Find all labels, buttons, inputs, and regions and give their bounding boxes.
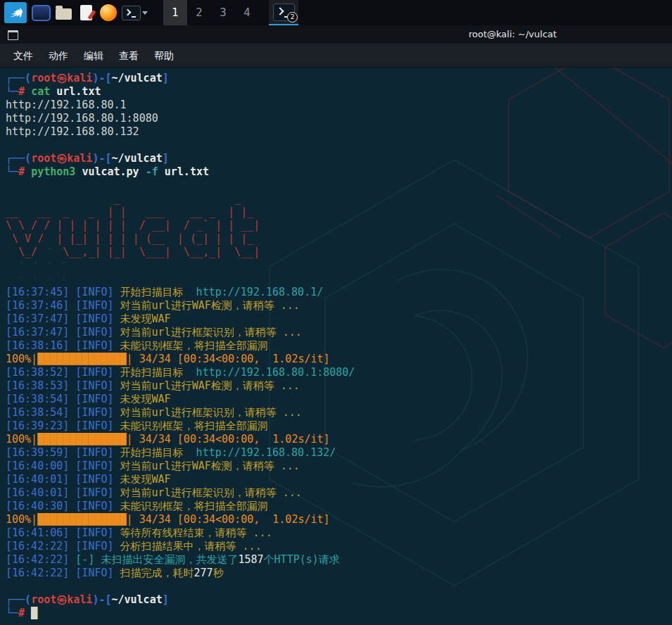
terminal-line: [16:37:47] [INFO] 未发现WAF: [6, 312, 672, 326]
terminal-text: [16:40:01] [INFO]: [6, 473, 120, 486]
workspace-2[interactable]: 2: [187, 0, 211, 25]
terminal-text: root㉿kali: [31, 152, 92, 165]
terminal-line: \ \ / / | | | | | | / __| / _` | | __|: [6, 219, 672, 232]
terminal-text: )-[: [92, 152, 111, 165]
terminal-text: _ _: [6, 192, 260, 205]
terminal-icon: [122, 6, 141, 20]
terminal-line: [16:42:22] [INFO] 分析扫描结果中，请稍等 ...: [6, 540, 672, 553]
terminal-text: 未发现WAF: [120, 393, 171, 405]
terminal-text: )-[: [92, 72, 111, 84]
terminal-launcher[interactable]: [120, 0, 149, 25]
menu-item-edit[interactable]: 编辑: [76, 44, 111, 68]
window-icon: [8, 30, 18, 40]
terminal-text: http://192.168.80.1/: [190, 286, 324, 298]
terminal-text: \ \ / / | | | | | | / __| / _` | | __|: [6, 219, 260, 232]
terminal-text: └─: [6, 165, 18, 178]
terminal-text: 对当前url进行框架识别，请稍等 ...: [120, 486, 302, 499]
workspace-switcher: 1234: [163, 0, 259, 25]
terminal-text: 对当前url进行WAF检测，请稍等 ...: [120, 379, 300, 392]
terminal-text: [16:38:53] [INFO]: [6, 379, 120, 392]
folder-glyph: [56, 8, 72, 20]
terminal-text: #: [18, 165, 31, 178]
terminal-text: \ V / | |_| | | | | (__ | (_| | | |_: [6, 232, 260, 245]
terminal-text: url.txt: [158, 165, 209, 178]
menu-item-file[interactable]: 文件: [6, 44, 41, 68]
taskbar-window-terminal[interactable]: 2: [269, 0, 298, 25]
terminal-text: [16:42:22] [INFO]: [6, 540, 120, 553]
monitor-app-icon[interactable]: [30, 0, 52, 25]
terminal-line: [16:37:45] [INFO] 开始扫描目标 http://192.168.…: [6, 286, 672, 299]
terminal-line: [16:42:22] [-] 未扫描出安全漏洞，共发送了1587个HTTP(s)…: [6, 553, 672, 567]
terminal-line: [16:38:54] [INFO] 对当前url进行框架识别，请稍等 ...: [6, 406, 672, 419]
terminal-line: └─# █: [6, 607, 672, 620]
workspace-4[interactable]: 4: [235, 0, 259, 25]
kali-menu-button[interactable]: [4, 2, 27, 23]
window-title: root@kali: ~/vulcat: [469, 29, 557, 39]
terminal-line: _ _: [6, 192, 672, 206]
terminal-text: 开始扫描目标: [120, 446, 190, 459]
menu-item-view[interactable]: 查看: [111, 44, 146, 68]
terminal-text: __ __ _ _ | | ___ __ _ | |_: [6, 206, 260, 218]
monitor-glyph: [32, 5, 51, 21]
terminal-text: 277: [194, 567, 213, 579]
terminal-line: [6, 580, 672, 593]
terminal[interactable]: ┌──(root㉿kali)-[~/vulcat]└─# cat url.txt…: [0, 68, 672, 625]
terminal-text: ~/vulcat: [111, 593, 162, 606]
terminal-line: [16:40:01] [INFO] 未发现WAF: [6, 473, 672, 486]
terminal-text: [16:38:52] [INFO]: [6, 366, 120, 379]
terminal-text: 100%|██████████████| 34/34 [00:34<00:00,…: [6, 513, 330, 526]
terminal-text: 个HTTP(s)请求: [264, 553, 340, 566]
terminal-line: http://192.168.80.132: [6, 125, 672, 139]
terminal-text: http://192.168.80.132/: [190, 446, 336, 459]
terminal-text: 开始扫描目标: [120, 366, 190, 379]
terminal-line: [16:38:54] [INFO] 未发现WAF: [6, 393, 672, 406]
chevron-down-icon[interactable]: [142, 11, 148, 15]
menu-item-help[interactable]: 帮助: [146, 44, 182, 68]
terminal-line: 100%|██████████████| 34/34 [00:34<00:00,…: [6, 513, 672, 526]
terminal-text: 未能识别框架，将扫描全部漏洞: [120, 500, 268, 512]
terminal-line: ┌──(root㉿kali)-[~/vulcat]: [6, 72, 672, 85]
terminal-text: 对当前url进行框架识别，请稍等 ...: [120, 326, 302, 339]
terminal-text: 未发现WAF: [120, 312, 171, 325]
terminal-text: http://192.168.80.1: [6, 99, 127, 111]
terminal-text: 未发现WAF: [120, 473, 171, 486]
firefox-icon[interactable]: [97, 0, 120, 25]
terminal-line: [16:37:46] [INFO] 对当前url进行WAF检测，请稍等 ...: [6, 299, 672, 312]
text-editor-icon[interactable]: [75, 0, 97, 25]
terminal-line: 100%|██████████████| 34/34 [00:34<00:00,…: [6, 353, 672, 366]
terminal-line: \_/ \__,_| |_| \___| \__,_| \__|: [6, 246, 672, 259]
file-manager-icon[interactable]: [52, 0, 75, 25]
terminal-text: 1587: [238, 553, 263, 566]
terminal-text: 未能识别框架，将扫描全部漏洞: [120, 419, 268, 432]
window-titlebar[interactable]: root@kali: ~/vulcat: [0, 25, 672, 44]
terminal-line: [6, 179, 672, 192]
terminal-text: ┌──(: [6, 72, 31, 84]
terminal-text: 100%|██████████████| 34/34 [00:34<00:00,…: [6, 433, 330, 446]
terminal-line: http://192.168.80.1:8080: [6, 112, 672, 125]
terminal-text: [16:38:54] [INFO]: [6, 393, 120, 405]
terminal-text: [16:39:23] [INFO]: [6, 419, 120, 432]
workspace-3[interactable]: 3: [211, 0, 235, 25]
terminal-text: [16:42:22] [INFO]: [6, 567, 120, 579]
terminal-text: 秒: [213, 567, 224, 579]
terminal-line: └─# python3 vulcat.py -f url.txt: [6, 165, 672, 179]
menu-item-actions[interactable]: 动作: [41, 44, 76, 68]
taskbar: 1234 2: [0, 0, 672, 25]
terminal-line: [6, 139, 672, 152]
terminal-line: [6, 259, 672, 272]
terminal-text: [16:37:46] [INFO]: [6, 299, 120, 312]
terminal-text: url.txt: [56, 85, 101, 98]
terminal-output: ┌──(root㉿kali)-[~/vulcat]└─# cat url.txt…: [6, 72, 672, 620]
terminal-text: [16:42:22]: [6, 553, 75, 566]
terminal-text: ]: [163, 593, 169, 606]
terminal-text: [16:39:59] [INFO]: [6, 446, 120, 459]
terminal-text: ]: [163, 72, 169, 84]
document-glyph: [80, 5, 92, 20]
terminal-text: root㉿kali: [31, 593, 92, 606]
terminal-line: [16:38:16] [INFO] 未能识别框架，将扫描全部漏洞: [6, 339, 672, 353]
terminal-text: http://192.168.80.1:8080/: [190, 366, 355, 379]
terminal-text: └─: [6, 85, 18, 98]
workspace-1[interactable]: 1: [163, 0, 187, 25]
window-count-badge: 2: [287, 12, 298, 23]
terminal-line: [16:42:22] [INFO] 扫描完成，耗时277秒: [6, 567, 672, 580]
